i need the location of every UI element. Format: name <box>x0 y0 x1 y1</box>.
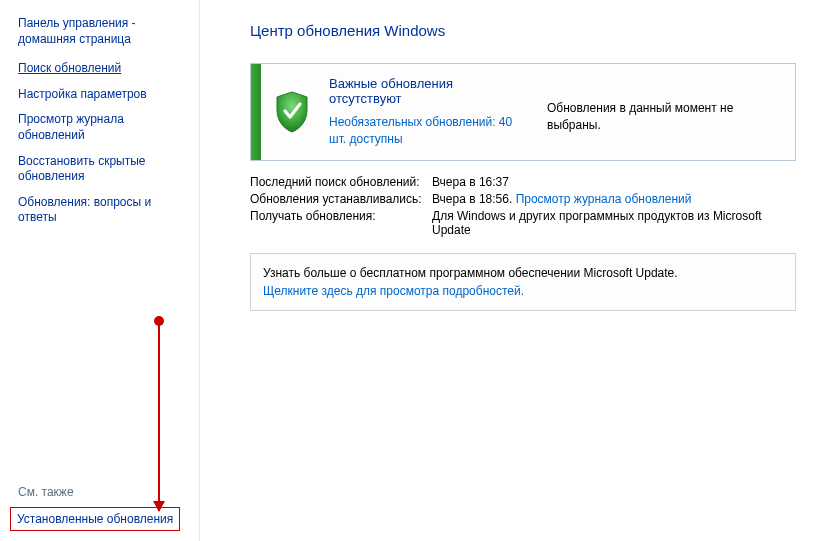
sidebar-link-search-updates[interactable]: Поиск обновлений <box>18 61 185 77</box>
main-content: Центр обновления Windows <box>200 0 820 541</box>
learn-more-link[interactable]: Щелкните здесь для просмотра подробносте… <box>263 284 524 298</box>
optional-updates-link[interactable]: Необязательных обновлений: 40 шт. доступ… <box>329 114 529 148</box>
status-box: Важные обновления отсутствуют Необязател… <box>250 63 796 161</box>
learn-more-text: Узнать больше о бесплатном программном о… <box>263 264 783 282</box>
status-heading: Важные обновления отсутствуют <box>329 76 529 106</box>
learn-more-box: Узнать больше о бесплатном программном о… <box>250 253 796 311</box>
receive-updates-label: Получать обновления: <box>250 209 432 237</box>
shield-icon <box>261 64 323 160</box>
view-history-link[interactable]: Просмотр журнала обновлений <box>516 192 692 206</box>
last-check-value: Вчера в 16:37 <box>432 175 796 189</box>
info-table: Последний поиск обновлений: Вчера в 16:3… <box>250 175 796 237</box>
control-panel-home-link[interactable]: Панель управления - домашняя страница <box>18 16 185 47</box>
annotation-arrow-icon <box>158 321 160 511</box>
sidebar-link-settings[interactable]: Настройка параметров <box>18 87 185 103</box>
last-install-label: Обновления устанавливались: <box>250 192 432 206</box>
receive-updates-value: Для Windows и других программных продукт… <box>432 209 796 237</box>
last-install-value: Вчера в 18:56. <box>432 192 512 206</box>
see-also-label: См. также <box>10 485 189 499</box>
sidebar-link-restore-hidden[interactable]: Восстановить скрытые обновления <box>18 154 185 185</box>
status-stripe <box>251 64 261 160</box>
page-title: Центр обновления Windows <box>250 22 796 39</box>
status-selected-text: Обновления в данный момент не выбраны. <box>547 100 781 134</box>
sidebar-link-faq[interactable]: Обновления: вопросы и ответы <box>18 195 185 226</box>
last-check-label: Последний поиск обновлений: <box>250 175 432 189</box>
sidebar: Панель управления - домашняя страница По… <box>0 0 200 541</box>
sidebar-link-view-history[interactable]: Просмотр журнала обновлений <box>18 112 185 143</box>
